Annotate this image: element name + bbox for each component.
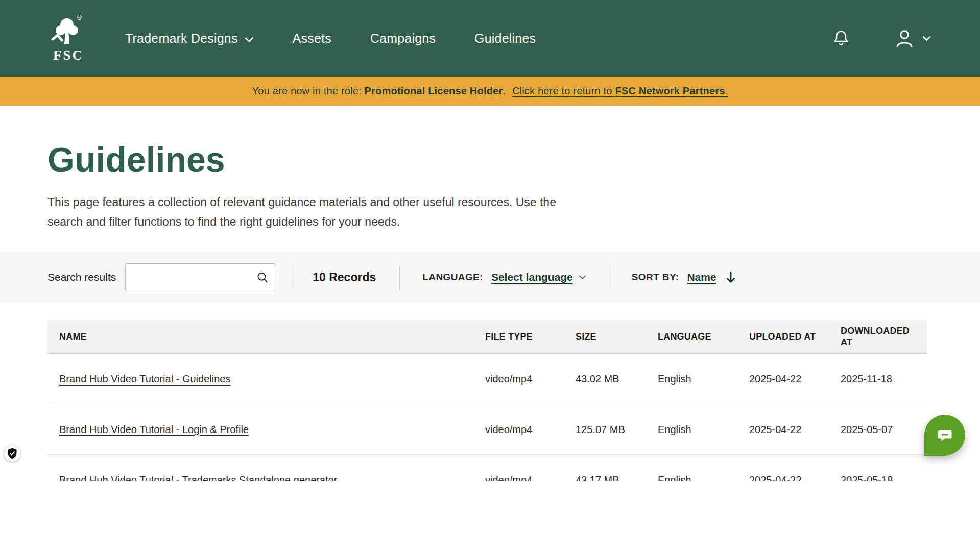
uploaded-at-cell: 2025-04-22 [749, 373, 841, 385]
banner-link-text: Click here to return to [512, 85, 615, 97]
sort-by-label: SORT BY: [632, 272, 679, 283]
table-row: Brand Hub Video Tutorial - Trademarks St… [47, 455, 927, 481]
chevron-down-icon [579, 275, 586, 280]
table-row: Brand Hub Video Tutorial - Login & Profi… [47, 404, 927, 455]
language-cell: English [658, 424, 749, 436]
size-cell: 43.17 MB [576, 474, 658, 481]
nav-label: Campaigns [370, 31, 436, 46]
column-header-size[interactable]: SIZE [576, 331, 658, 343]
size-cell: 43.02 MB [576, 373, 658, 385]
notifications-button[interactable] [832, 29, 850, 47]
nav-label: Guidelines [474, 31, 536, 46]
banner-dot: . [503, 85, 509, 97]
column-header-uploaded-at[interactable]: UPLOADED AT [749, 331, 841, 343]
sort-direction-button[interactable] [725, 271, 736, 284]
user-icon [894, 28, 915, 49]
nav-assets[interactable]: Assets [293, 31, 331, 46]
chevron-down-icon [245, 37, 254, 43]
chevron-down-icon [922, 36, 931, 41]
fsc-logo[interactable]: FSC ® [47, 14, 84, 63]
nav-label: Trademark Designs [125, 31, 238, 46]
table-row: Brand Hub Video Tutorial - Guidelines vi… [47, 354, 927, 404]
guideline-file-link[interactable]: Brand Hub Video Tutorial - Guidelines [59, 373, 230, 385]
language-cell: English [658, 474, 749, 481]
language-select[interactable]: Select language [491, 271, 586, 283]
svg-text:FSC: FSC [53, 47, 84, 63]
search-input[interactable] [125, 263, 275, 291]
language-cell: English [658, 373, 749, 385]
sort-value: Name [687, 271, 716, 283]
size-cell: 125.07 MB [576, 424, 658, 436]
shield-check-icon [6, 447, 18, 460]
return-to-network-partners-link[interactable]: Click here to return to FSC Network Part… [512, 85, 728, 97]
records-count: 10 Records [306, 271, 384, 284]
column-header-language[interactable]: LANGUAGE [658, 331, 749, 343]
uploaded-at-cell: 2025-04-22 [749, 474, 841, 481]
page-title: Guidelines [47, 139, 980, 179]
table-body: Brand Hub Video Tutorial - Guidelines vi… [47, 354, 927, 481]
results-table: NAME FILE TYPE SIZE LANGUAGE UPLOADED AT… [47, 320, 927, 481]
account-menu-button[interactable] [894, 28, 931, 49]
column-header-downloaded-at[interactable]: DOWNLOADED AT [841, 325, 927, 348]
nav-trademark-designs[interactable]: Trademark Designs [125, 31, 254, 46]
file-type-cell: video/mp4 [485, 474, 576, 481]
banner-suffix: . [725, 85, 728, 97]
main-content: Guidelines This page features a collecti… [0, 106, 980, 231]
sort-control: SORT BY: Name [625, 271, 743, 284]
guideline-file-link[interactable]: Brand Hub Video Tutorial - Trademarks St… [59, 474, 337, 481]
divider [399, 265, 400, 290]
language-value: Select language [491, 271, 573, 283]
file-type-cell: video/mp4 [485, 373, 576, 385]
page-description: This page features a collection of relev… [47, 193, 576, 231]
security-badge[interactable] [4, 445, 20, 462]
topbar-actions [832, 28, 931, 49]
downloaded-at-cell: 2025-05-07 [841, 424, 927, 436]
arrow-down-icon [726, 271, 736, 284]
role-banner: You are now in the role: Promotional Lic… [0, 77, 980, 106]
column-header-name[interactable]: NAME [47, 331, 485, 343]
column-header-file-type[interactable]: FILE TYPE [485, 331, 576, 343]
nav-guidelines[interactable]: Guidelines [474, 31, 536, 46]
language-label: LANGUAGE: [422, 272, 483, 283]
nav-label: Assets [293, 31, 331, 46]
sort-field-select[interactable]: Name [687, 271, 716, 283]
language-filter: LANGUAGE: Select language [415, 271, 593, 283]
results-table-section: NAME FILE TYPE SIZE LANGUAGE UPLOADED AT… [47, 320, 927, 481]
search-icon[interactable] [256, 272, 268, 283]
table-header-row: NAME FILE TYPE SIZE LANGUAGE UPLOADED AT… [47, 320, 927, 354]
chat-icon [935, 425, 954, 445]
search-label: Search results [47, 271, 116, 283]
banner-link-bold: FSC Network Partners [615, 85, 725, 97]
downloaded-at-cell: 2025-05-18 [841, 474, 927, 481]
chat-widget-button[interactable] [924, 415, 965, 456]
file-type-cell: video/mp4 [485, 424, 576, 436]
nav-campaigns[interactable]: Campaigns [370, 31, 436, 46]
top-navigation: FSC ® Trademark Designs Assets Campaigns… [0, 0, 980, 77]
banner-role: Promotional License Holder [365, 85, 503, 97]
search-filter-bar: Search results 10 Records LANGUAGE: Sele… [0, 252, 980, 303]
banner-prefix: You are now in the role: [252, 85, 365, 97]
divider [609, 265, 609, 290]
uploaded-at-cell: 2025-04-22 [749, 424, 841, 436]
divider [291, 265, 291, 290]
bell-icon [832, 29, 850, 47]
main-nav: Trademark Designs Assets Campaigns Guide… [125, 31, 536, 46]
search-box [125, 263, 275, 291]
fsc-tree-icon: FSC ® [47, 14, 84, 63]
downloaded-at-cell: 2025-11-18 [841, 373, 927, 385]
svg-text:®: ® [77, 14, 82, 21]
guideline-file-link[interactable]: Brand Hub Video Tutorial - Login & Profi… [59, 424, 249, 435]
